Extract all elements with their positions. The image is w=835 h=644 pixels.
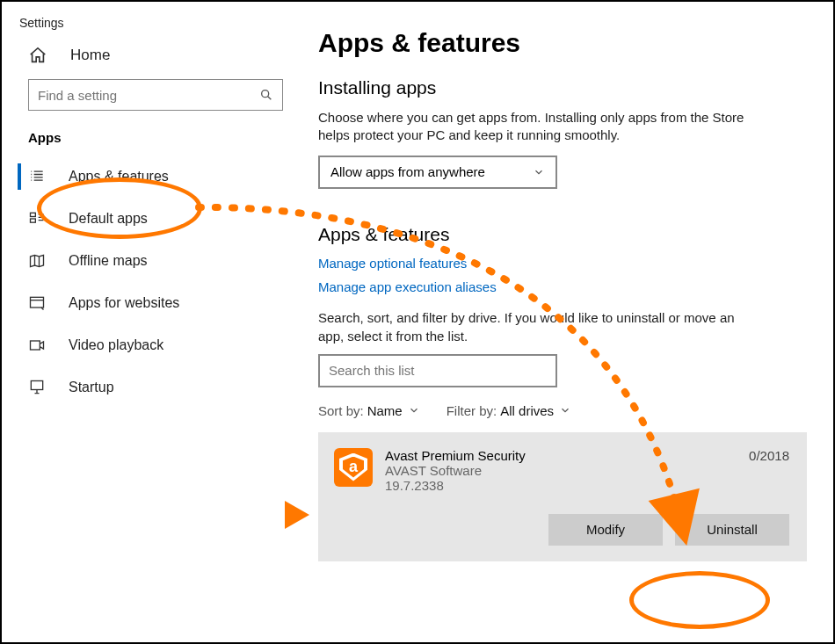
install-source-dropdown[interactable]: Allow apps from anywhere	[318, 156, 557, 189]
app-install-date: 0/2018	[749, 448, 789, 463]
sort-value: Name	[367, 403, 403, 418]
startup-icon	[28, 379, 46, 396]
link-optional-features[interactable]: Manage optional features	[318, 256, 807, 271]
sidebar-item-default-apps[interactable]: Default apps	[2, 198, 301, 240]
svg-rect-4	[31, 341, 40, 350]
modify-button[interactable]: Modify	[548, 514, 663, 546]
sidebar: Settings Home Apps Apps & features Defa	[2, 2, 301, 642]
home-nav[interactable]: Home	[2, 33, 301, 77]
app-name: Avast Premium Security	[385, 448, 749, 463]
sidebar-item-apps-features[interactable]: Apps & features	[2, 156, 301, 198]
website-icon	[28, 294, 46, 312]
window-title: Settings	[2, 9, 301, 33]
installing-apps-head: Installing apps	[318, 77, 807, 98]
sidebar-item-startup[interactable]: Startup	[2, 366, 301, 409]
home-label: Home	[70, 47, 110, 64]
map-icon	[28, 252, 46, 270]
chevron-down-icon	[408, 404, 420, 416]
app-icon: a	[334, 448, 373, 487]
filter-by-control[interactable]: Filter by: All drives	[447, 403, 571, 418]
svg-rect-5	[31, 381, 42, 390]
main-content: Apps & features Installing apps Choose w…	[301, 2, 833, 642]
sidebar-item-offline-maps[interactable]: Offline maps	[2, 240, 301, 282]
app-publisher: AVAST Software	[385, 463, 749, 478]
sidebar-item-label: Apps & features	[69, 169, 169, 185]
svg-rect-2	[31, 219, 36, 222]
sort-filter-row: Sort by: Name Filter by: All drives	[318, 403, 807, 418]
svg-point-0	[262, 90, 269, 98]
svg-rect-1	[31, 213, 36, 216]
app-version: 19.7.2338	[385, 478, 749, 493]
uninstall-button[interactable]: Uninstall	[675, 514, 789, 546]
settings-search-input[interactable]	[38, 88, 259, 103]
defaults-icon	[28, 210, 46, 228]
sidebar-item-label: Apps for websites	[69, 295, 179, 311]
sidebar-item-label: Startup	[69, 380, 114, 395]
home-icon	[28, 46, 47, 65]
sidebar-section-head: Apps	[2, 123, 301, 156]
page-title: Apps & features	[318, 28, 807, 58]
dropdown-value: Allow apps from anywhere	[330, 164, 485, 179]
sidebar-item-label: Offline maps	[69, 253, 148, 269]
app-list-search-input[interactable]	[329, 363, 547, 378]
sidebar-item-label: Video playback	[69, 337, 163, 353]
sort-label: Sort by:	[318, 403, 364, 418]
apps-features-head: Apps & features	[318, 224, 807, 245]
sidebar-item-apps-for-websites[interactable]: Apps for websites	[2, 282, 301, 324]
search-icon	[259, 88, 273, 102]
app-card[interactable]: a Avast Premium Security AVAST Software …	[318, 432, 807, 561]
filter-value: All drives	[500, 403, 554, 418]
sidebar-item-label: Default apps	[69, 211, 148, 227]
list-icon	[28, 168, 46, 185]
sort-by-control[interactable]: Sort by: Name	[318, 403, 420, 418]
installing-apps-desc: Choose where you can get apps from. Inst…	[318, 109, 775, 145]
video-icon	[28, 336, 46, 354]
filter-label: Filter by:	[447, 403, 497, 418]
sidebar-item-video-playback[interactable]: Video playback	[2, 324, 301, 366]
list-description: Search, sort, and filter by drive. If yo…	[318, 308, 758, 345]
chevron-down-icon	[559, 404, 571, 416]
chevron-down-icon	[533, 166, 545, 178]
svg-rect-3	[31, 297, 44, 308]
app-list-search[interactable]	[318, 354, 557, 387]
settings-search[interactable]	[28, 79, 283, 111]
link-execution-aliases[interactable]: Manage app execution aliases	[318, 279, 807, 294]
